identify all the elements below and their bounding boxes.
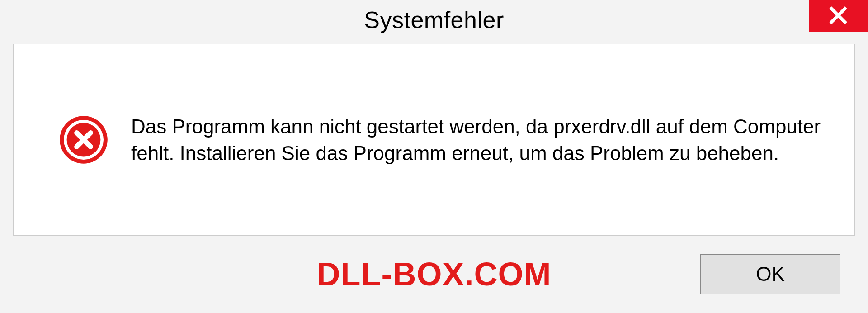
button-bar: DLL-BOX.COM OK <box>0 236 868 313</box>
content-area: Das Programm kann nicht gestartet werden… <box>13 44 855 236</box>
error-message: Das Programm kann nicht gestartet werden… <box>131 113 827 167</box>
dialog-title: Systemfehler <box>364 6 504 33</box>
titlebar: Systemfehler <box>0 0 868 39</box>
close-icon <box>828 5 848 27</box>
watermark-text: DLL-BOX.COM <box>317 256 552 293</box>
error-dialog: Systemfehler Das Programm kann nicht ges… <box>0 0 868 313</box>
error-icon <box>59 115 108 165</box>
close-button[interactable] <box>809 0 868 32</box>
ok-button[interactable]: OK <box>700 254 840 294</box>
ok-button-label: OK <box>756 263 785 285</box>
